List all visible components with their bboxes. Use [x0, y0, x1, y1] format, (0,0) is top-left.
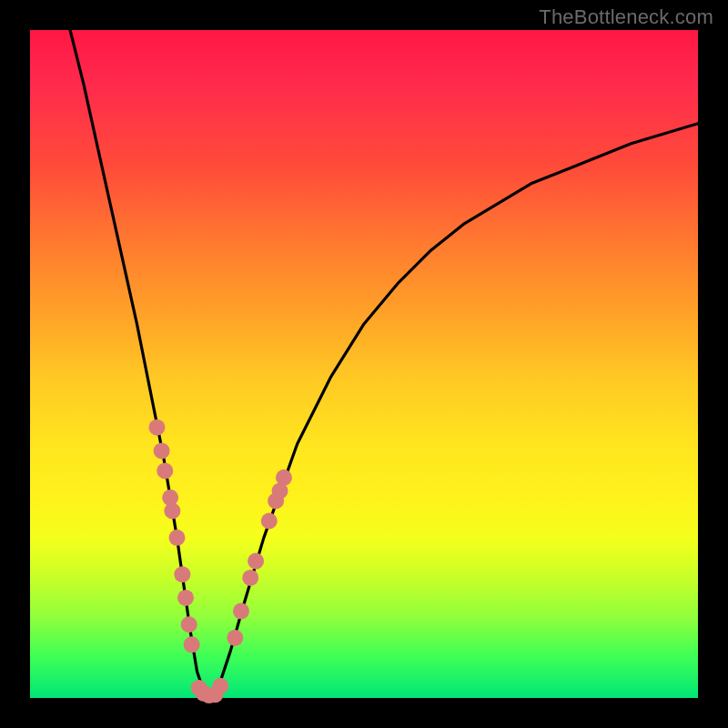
highlight-dot — [184, 636, 200, 652]
highlight-dot — [177, 590, 194, 606]
highlight-dot — [233, 603, 249, 620]
highlight-dot — [168, 530, 185, 546]
bottleneck-curve — [70, 30, 698, 698]
highlight-dot — [148, 420, 165, 436]
highlight-dot — [164, 502, 180, 519]
highlight-dot — [261, 512, 278, 529]
chart-frame: TheBottleneck.com — [0, 0, 728, 728]
highlight-dot — [157, 462, 173, 479]
highlight-dot — [174, 566, 190, 582]
highlight-dot — [242, 570, 258, 586]
highlight-dot — [212, 678, 228, 694]
plot-area — [30, 30, 698, 698]
attribution-label: TheBottleneck.com — [539, 5, 713, 29]
highlight-dot — [248, 553, 264, 570]
highlight-dot — [227, 630, 243, 646]
chart-svg — [30, 30, 698, 698]
highlight-dot — [276, 470, 292, 486]
highlight-dot — [154, 442, 170, 459]
highlight-dot — [181, 616, 197, 632]
highlight-dots-group — [148, 420, 291, 703]
